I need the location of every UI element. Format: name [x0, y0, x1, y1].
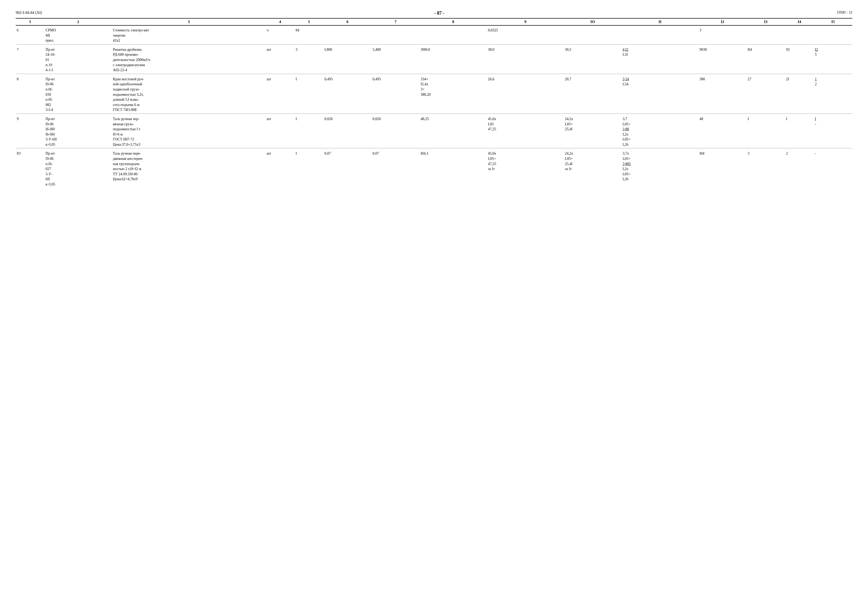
- col-header-12: I2: [698, 18, 746, 25]
- cell-col11: 4,I2 I,5I: [621, 44, 698, 74]
- col-header-15: I5: [814, 18, 852, 25]
- cell-col12: 9030: [698, 44, 746, 74]
- cell-col7: [372, 25, 419, 44]
- cell-col12: 48: [698, 114, 746, 148]
- cell-col3: Решетка-дробилка РД-600 произво- дительн…: [112, 44, 266, 74]
- cell-col9: 45,0х I,05= 47,25 за Iт: [487, 148, 564, 188]
- col-header-13: I3: [746, 18, 785, 25]
- cell-col4: шт: [266, 44, 294, 74]
- cell-col14: 92: [785, 44, 814, 74]
- cell-col6: 0,495: [324, 74, 372, 114]
- cell-col2: Пр-нт I9-06 п.0I- 039 п.0I- 082 3-I-4: [45, 74, 112, 114]
- cell-col13: [746, 25, 785, 44]
- cell-col9: 38,0: [487, 44, 564, 74]
- cell-col5: I: [294, 148, 324, 188]
- cell-col4: шт: [266, 74, 294, 114]
- cell-col6: 0,026: [324, 114, 372, 148]
- cell-col9: 0,0325: [487, 25, 564, 44]
- cell-col13: 3: [746, 148, 785, 188]
- col-header-6: 6: [324, 18, 372, 25]
- cell-col5: I: [294, 74, 324, 114]
- table-row: 9Пр-нт I9-06 I6-0I0 I6-0I4 3-У-6II к=I,0…: [16, 114, 852, 148]
- cell-col13: 27: [746, 74, 785, 114]
- col-header-5: 5: [294, 18, 324, 25]
- cell-col8: I04,3: [419, 148, 487, 188]
- cell-col14: I: [785, 114, 814, 148]
- cell-col10: 24,2х I,05= 25,4I: [564, 114, 622, 148]
- cell-col7: 0,07: [372, 148, 419, 188]
- col-header-11: II: [621, 18, 698, 25]
- col-header-14: I4: [785, 18, 814, 25]
- page-number: - 87 -: [434, 11, 444, 16]
- col-header-3: 3: [112, 18, 266, 25]
- cell-col4: шт: [266, 148, 294, 188]
- cell-col5: I: [294, 114, 324, 148]
- table-row: 7Пр-нт 24-10- 01 п.19 4-1-IРешетка-дроби…: [16, 44, 852, 74]
- cell-col14: 2: [785, 148, 814, 188]
- cell-col6: I,800: [324, 44, 372, 74]
- cell-col9: 26,6: [487, 74, 564, 114]
- cell-col11: 3,7 I,05= 3,88 I,2х I,05= I,26: [621, 114, 698, 148]
- cell-col11: 3,7х I,05= 3,885 I,2х I,05= I,26: [621, 148, 698, 188]
- cell-col8: 30I0,0: [419, 44, 487, 74]
- col-header-8: 8: [419, 18, 487, 25]
- main-table: I 2 3 4 5 6 7 8 9 IO II I2 I3 I4 I5 6СРМ…: [16, 18, 852, 188]
- cell-col7: 5,400: [372, 44, 419, 74]
- page-ref: 19581 - 11: [837, 11, 852, 15]
- cell-col5: 84: [294, 25, 324, 44]
- cell-col12: 380: [698, 74, 746, 114]
- col-header-4: 4: [266, 18, 294, 25]
- cell-col15: [814, 25, 852, 44]
- cell-col15: 1 2: [814, 74, 852, 114]
- cell-col12: 3: [698, 25, 746, 44]
- cell-col6: 0,07: [324, 148, 372, 188]
- cell-col1: 6: [16, 25, 45, 44]
- page-header: 902-I-84.84 (XI) - 87 - 19581 - 11: [16, 11, 852, 16]
- cell-col10: 30,5: [564, 44, 622, 74]
- cell-col3: Таль ручная чер- вячная грузо- подъемнос…: [112, 114, 266, 148]
- col-header-2: 2: [45, 18, 112, 25]
- cell-col8: 334+ I5,4х 3= 380,20: [419, 74, 487, 114]
- cell-col7: 0,026: [372, 114, 419, 148]
- col-header-10: IO: [564, 18, 622, 25]
- cell-col1: 7: [16, 44, 45, 74]
- cell-col10: [564, 25, 622, 44]
- cell-col7: 0,495: [372, 74, 419, 114]
- cell-col10: 20,7: [564, 74, 622, 114]
- table-row: IOПр-нт I9-06 п.I6- 027 3-У- 6II к=I,05Т…: [16, 148, 852, 188]
- cell-col14: [785, 25, 814, 44]
- column-header-row: I 2 3 4 5 6 7 8 9 IO II I2 I3 I4 I5: [16, 18, 852, 25]
- col-header-9: 9: [487, 18, 564, 25]
- page-code: 902-I-84.84 (XI): [16, 11, 42, 15]
- cell-col2: СРМО МI прил.: [45, 25, 112, 44]
- table-row: 6СРМО МI прил.Стоимость электро-квт энер…: [16, 25, 852, 44]
- col-header-7: 7: [372, 18, 419, 25]
- cell-col11: 3,54 I,54: [621, 74, 698, 114]
- cell-col3: Таль ручная пере- движная шестерен- ная …: [112, 148, 266, 188]
- cell-col5: 3: [294, 44, 324, 74]
- cell-col14: 2I: [785, 74, 814, 114]
- cell-col4: шт: [266, 114, 294, 148]
- cell-col15: -: [814, 148, 852, 188]
- cell-col11: [621, 25, 698, 44]
- cell-col2: Пр-нт I9-06 I6-0I0 I6-0I4 3-У-6II к=I,05: [45, 114, 112, 148]
- cell-col12: I04: [698, 148, 746, 188]
- cell-col3: Стоимость электро-квт энергии 42х2: [112, 25, 266, 44]
- cell-col1: 9: [16, 114, 45, 148]
- cell-col15: I -: [814, 114, 852, 148]
- cell-col6: [324, 25, 372, 44]
- cell-col1: 8: [16, 74, 45, 114]
- cell-col15: I2 5: [814, 44, 852, 74]
- cell-col13: II4: [746, 44, 785, 74]
- cell-col3: Кран мостовой руч- ной однобалочный подв…: [112, 74, 266, 114]
- cell-col8: 48,25: [419, 114, 487, 148]
- cell-col8: [419, 25, 487, 44]
- col-header-1: I: [16, 18, 45, 25]
- cell-col2: Пр-нт 24-10- 01 п.19 4-1-I: [45, 44, 112, 74]
- cell-col9: 45,0х I,05 47,25: [487, 114, 564, 148]
- cell-col10: 24,2х I,05= 25,4I за Iт: [564, 148, 622, 188]
- table-row: 8Пр-нт I9-06 п.0I- 039 п.0I- 082 3-I-4Кр…: [16, 74, 852, 114]
- cell-col2: Пр-нт I9-06 п.I6- 027 3-У- 6II к=I,05: [45, 148, 112, 188]
- cell-col4: ч: [266, 25, 294, 44]
- cell-col13: I: [746, 114, 785, 148]
